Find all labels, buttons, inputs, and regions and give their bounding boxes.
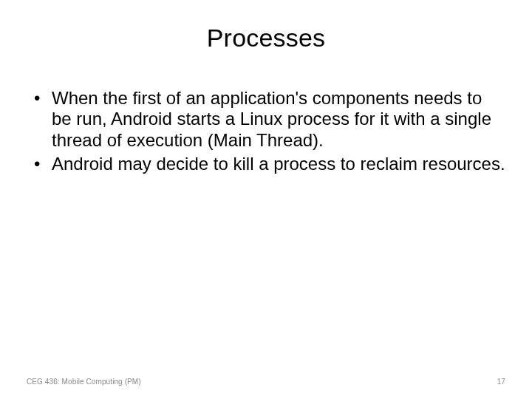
list-item: When the first of an application's compo… [31,88,505,151]
slide-container: Processes When the first of an applicati… [0,0,532,399]
bullet-list: When the first of an application's compo… [27,88,505,174]
footer-left-text: CEG 436: Mobile Computing (PM) [27,378,141,386]
list-item: Android may decide to kill a process to … [31,154,505,174]
page-number: 17 [497,378,505,386]
slide-footer: CEG 436: Mobile Computing (PM) 17 [27,378,505,386]
slide-title: Processes [27,24,505,52]
